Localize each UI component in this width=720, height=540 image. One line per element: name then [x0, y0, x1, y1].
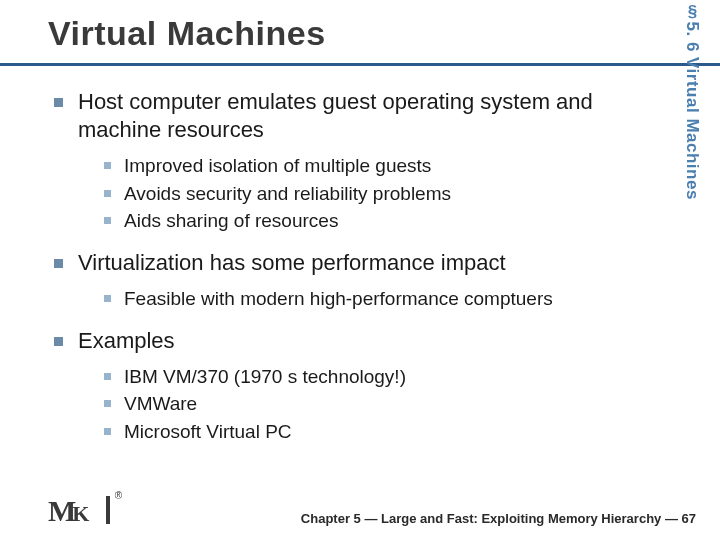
sub-list: IBM VM/370 (1970 s technology!) VMWare M…	[104, 363, 680, 446]
bullet-vmware: VMWare	[104, 390, 680, 418]
logo-bar-icon	[106, 496, 110, 524]
section-tab: §5. 6 Virtual Machines	[682, 2, 702, 200]
title-bar: Virtual Machines	[0, 0, 720, 66]
logo-letter-k: K	[72, 501, 89, 526]
publisher-logo: MK ®	[48, 494, 104, 528]
registered-icon: ®	[115, 490, 122, 501]
bullet-host-emulates: Host computer emulates guest operating s…	[54, 88, 680, 144]
bullet-performance: Virtualization has some performance impa…	[54, 249, 680, 277]
slide-title: Virtual Machines	[48, 14, 720, 53]
sub-list: Feasible with modern high-performance co…	[104, 285, 680, 313]
slide-footer: Chapter 5 — Large and Fast: Exploiting M…	[301, 511, 696, 526]
sub-list: Improved isolation of multiple guests Av…	[104, 152, 680, 235]
bullet-ibm-vm370: IBM VM/370 (1970 s technology!)	[104, 363, 680, 391]
bullet-ms-virtual-pc: Microsoft Virtual PC	[104, 418, 680, 446]
slide-content: Host computer emulates guest operating s…	[0, 66, 720, 445]
bullet-security: Avoids security and reliability problems	[104, 180, 680, 208]
bullet-sharing: Aids sharing of resources	[104, 207, 680, 235]
bullet-feasible: Feasible with modern high-performance co…	[104, 285, 680, 313]
bullet-isolation: Improved isolation of multiple guests	[104, 152, 680, 180]
bullet-examples: Examples	[54, 327, 680, 355]
